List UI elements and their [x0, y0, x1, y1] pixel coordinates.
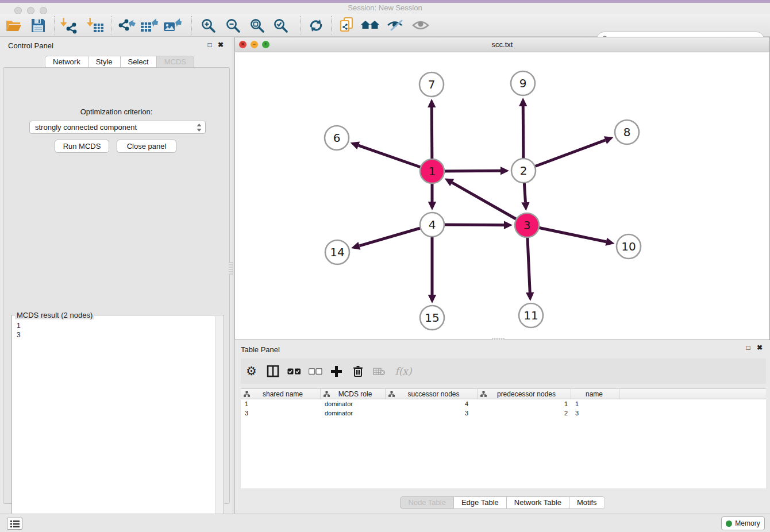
network-graph: 1234678910111415	[236, 52, 769, 340]
network-canvas[interactable]: 1234678910111415	[236, 52, 769, 340]
hide-selection-button[interactable]	[385, 16, 406, 35]
column-header-4[interactable]: name	[571, 389, 619, 399]
optimization-criterion-label: Optimization criterion:	[3, 107, 229, 116]
unselect-all-columns-button[interactable]	[305, 368, 326, 375]
node-label-1: 1	[429, 164, 436, 178]
node-label-7: 7	[428, 78, 436, 91]
save-session-button[interactable]	[28, 16, 48, 35]
close-panel-icon[interactable]: ✖	[216, 40, 225, 49]
tab-motifs[interactable]: Motifs	[569, 496, 605, 509]
cell-MCDS-role[interactable]: dominator	[321, 399, 386, 408]
close-table-panel-icon[interactable]: ✖	[755, 343, 764, 352]
select-all-columns-button[interactable]	[283, 368, 305, 375]
zoom-in-icon	[201, 18, 216, 33]
memory-label: Memory	[735, 519, 760, 527]
cell-successor-nodes[interactable]: 4	[386, 399, 478, 408]
eye-icon	[412, 19, 429, 32]
table-row[interactable]: 1dominator411	[241, 399, 766, 408]
import-network-button[interactable]	[59, 16, 79, 35]
column-header-label: MCDS role	[330, 390, 385, 398]
tab-network-table[interactable]: Network Table	[507, 496, 569, 509]
function-builder-button[interactable]: f(x)	[390, 365, 417, 377]
column-header-0[interactable]: shared name	[241, 389, 321, 399]
export-table-button[interactable]	[139, 16, 160, 35]
table-row[interactable]: 3dominator323	[241, 408, 766, 418]
refresh-button[interactable]	[306, 16, 326, 35]
cell-name[interactable]: 1	[571, 399, 619, 408]
eye-slash-icon	[387, 18, 404, 32]
memory-button[interactable]: Memory	[721, 516, 765, 530]
tab-node-table[interactable]: Node Table	[400, 496, 454, 509]
delete-table-button[interactable]	[368, 367, 390, 376]
criterion-value: strongly connected component	[35, 123, 137, 132]
cell-successor-nodes[interactable]: 3	[386, 408, 478, 418]
tab-style[interactable]: Style	[88, 56, 121, 68]
export-image-button[interactable]	[162, 16, 183, 35]
edge-3-1[interactable]	[452, 183, 527, 225]
cell-predecessor-nodes[interactable]: 2	[478, 408, 571, 418]
task-history-button[interactable]	[7, 518, 22, 530]
delete-column-button[interactable]	[347, 365, 368, 377]
float-panel-icon[interactable]: □	[205, 40, 214, 49]
cell-shared-name[interactable]: 1	[241, 399, 321, 408]
status-bar: Memory	[0, 514, 770, 532]
import-table-button[interactable]	[85, 16, 106, 35]
node-label-15: 15	[425, 311, 439, 325]
zoom-selected-button[interactable]	[270, 16, 291, 35]
node-label-14: 14	[330, 245, 344, 259]
export-network-button[interactable]	[117, 16, 137, 35]
duplicate-network-icon	[338, 17, 356, 34]
column-header-1[interactable]: MCDS role	[321, 389, 386, 399]
edge-arrow-2-3	[521, 202, 529, 211]
cell-name[interactable]: 3	[571, 408, 619, 418]
cell-predecessor-nodes[interactable]: 1	[478, 399, 571, 408]
table-settings-button[interactable]: ⚙	[241, 364, 262, 378]
edge-arrow-4-3	[504, 221, 513, 229]
table-panel-title: Table Panel	[241, 345, 280, 354]
mcds-result-list[interactable]: 13	[13, 319, 215, 530]
import-table-icon	[87, 17, 104, 34]
zoom-fit-button[interactable]	[247, 16, 267, 35]
float-table-panel-icon[interactable]: □	[744, 343, 753, 352]
zoom-in-button[interactable]	[198, 16, 218, 35]
export-image-icon	[163, 17, 182, 34]
export-network-icon	[118, 17, 136, 34]
show-all-button[interactable]	[410, 16, 431, 35]
cell-shared-name[interactable]: 3	[241, 408, 321, 418]
show-columns-button[interactable]	[262, 365, 283, 377]
tab-mcds[interactable]: MCDS	[157, 56, 194, 68]
toolbar-separator	[300, 16, 301, 34]
task-list-icon	[10, 521, 20, 527]
create-column-button[interactable]	[326, 366, 347, 377]
node-label-2: 2	[520, 164, 528, 178]
close-panel-button[interactable]: Close panel	[117, 140, 176, 153]
open-file-button[interactable]	[3, 16, 24, 35]
apply-layout-button[interactable]	[360, 16, 380, 35]
mcds-panel: Optimization criterion: strongly connect…	[3, 67, 230, 504]
mcds-result-item[interactable]: 1	[17, 321, 215, 330]
open-folder-icon	[5, 17, 22, 33]
table-toolbar: ⚙ f(x)	[241, 358, 766, 384]
criterion-dropdown[interactable]: strongly connected component	[29, 121, 206, 134]
column-header-label: predecessor nodes	[487, 390, 571, 398]
run-mcds-button[interactable]: Run MCDS	[55, 140, 109, 153]
control-panel-header: Control Panel □ ✖	[0, 37, 233, 54]
app-title: Session: New Session	[0, 3, 770, 12]
new-network-from-selection-button[interactable]	[337, 16, 357, 35]
edge-arrow-1-2	[500, 167, 509, 175]
zoom-out-button[interactable]	[222, 16, 243, 35]
column-header-3[interactable]: predecessor nodes	[478, 389, 571, 399]
table-header-row: shared nameMCDS rolesuccessor nodesprede…	[241, 388, 766, 399]
mcds-result-item[interactable]: 3	[17, 330, 215, 340]
tab-select[interactable]: Select	[121, 56, 157, 68]
edge-2-8[interactable]	[523, 140, 606, 171]
memory-status-icon	[726, 521, 732, 527]
result-scrollbar[interactable]	[215, 316, 223, 530]
node-label-9: 9	[519, 76, 527, 90]
tab-network[interactable]: Network	[45, 56, 88, 68]
vertical-splitter-handle[interactable]	[229, 262, 233, 275]
edge-arrow-1-4	[428, 202, 436, 210]
tab-edge-table[interactable]: Edge Table	[454, 496, 507, 509]
cell-MCDS-role[interactable]: dominator	[321, 408, 386, 418]
column-header-2[interactable]: successor nodes	[386, 389, 478, 399]
